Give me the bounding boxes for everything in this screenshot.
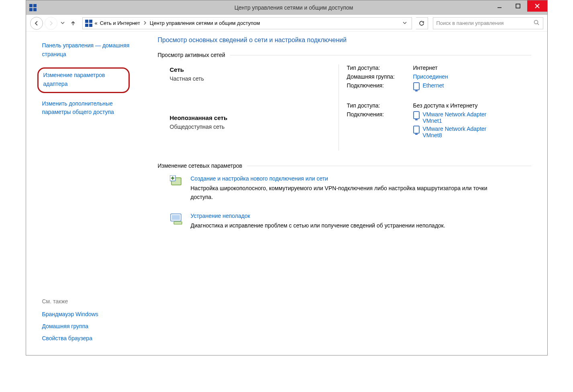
sidebar-link-home[interactable]: Панель управления — домашняя страница [42,41,135,59]
minimize-button[interactable] [490,0,509,12]
sidebar-link-advanced-sharing[interactable]: Изменить дополнительные параметры общего… [42,100,135,117]
search-input[interactable] [436,20,533,26]
network-type: Частная сеть [170,75,338,82]
search-icon[interactable] [533,19,540,27]
breadcrumb-chevron-icon[interactable] [140,20,150,26]
task-title-link[interactable]: Создание и настройка нового подключения … [191,175,488,182]
access-type-label: Тип доступа: [347,102,413,109]
section-title: Изменение сетевых параметров [158,162,243,169]
homegroup-label: Домашняя группа: [347,73,413,80]
sidebar-link-adapter-settings[interactable]: Изменение параметров адаптера [37,67,130,93]
network-type: Общедоступная сеть [170,124,338,130]
task-description: Диагностика и исправление проблем с сеть… [191,221,445,230]
breadcrumb-item[interactable]: Центр управления сетями и общим доступом [150,20,260,26]
section-active-networks: Просмотр активных сетей [158,52,531,58]
svg-line-5 [537,24,539,25]
access-type-value: Интернет [413,65,438,71]
connections-label: Подключения: [347,111,413,140]
breadcrumb-item[interactable]: Сеть и Интернет [100,20,140,26]
close-button[interactable] [527,0,547,12]
location-icon [85,20,92,27]
network-name[interactable]: Сеть [170,66,338,73]
up-button[interactable] [68,18,78,28]
address-dropdown[interactable] [400,21,409,26]
main-heading: Просмотр основных сведений о сети и наст… [158,37,531,44]
svg-rect-12 [174,221,182,224]
navbar: « Сеть и Интернет Центр управления сетям… [26,15,547,32]
sidebar: Панель управления — домашняя страница Из… [26,32,150,355]
new-connection-icon [170,175,184,189]
history-dropdown[interactable] [59,21,66,26]
forward-button[interactable] [45,17,57,30]
sidebar-link-homegroup[interactable]: Домашняя группа [42,323,142,329]
app-window: Центр управления сетями и общим доступом [26,0,548,355]
task-troubleshoot: Устранение неполадок Диагностика и испра… [170,213,531,230]
access-type-label: Тип доступа: [347,65,413,71]
back-button[interactable] [30,17,43,30]
access-type-value: Без доступа к Интернету [413,102,478,109]
connection-link[interactable]: VMware Network Adapter VMnet8 [423,126,502,138]
section-change-settings: Изменение сетевых параметров [158,162,531,169]
network-entry: Сеть Частная сеть Тип доступа: Интернет … [170,65,531,102]
titlebar[interactable]: Центр управления сетями и общим доступом [26,0,547,15]
task-title-link[interactable]: Устранение неполадок [191,213,445,219]
task-new-connection: Создание и настройка нового подключения … [170,175,531,201]
sidebar-link-firewall[interactable]: Брандмауэр Windows [42,311,142,317]
search-box[interactable] [433,17,543,29]
app-icon [29,4,37,11]
ethernet-icon [413,111,420,119]
section-title: Просмотр активных сетей [158,52,225,58]
main-content: Просмотр основных сведений о сети и наст… [150,32,547,355]
network-name[interactable]: Неопознанная сеть [170,114,338,121]
window-title: Центр управления сетями и общим доступом [41,4,547,11]
breadcrumb-prefix: « [95,20,98,26]
network-entry: Неопознанная сеть Общедоступная сеть Тип… [170,102,531,150]
maximize-button[interactable] [509,0,527,12]
connections-label: Подключения: [347,82,413,92]
connection-link[interactable]: VMware Network Adapter VMnet1 [423,111,502,124]
svg-point-4 [534,20,538,24]
connection-link[interactable]: Ethernet [423,82,444,89]
sidebar-link-browser-properties[interactable]: Свойства браузера [42,335,142,341]
svg-rect-1 [516,4,520,8]
ethernet-icon [413,126,420,134]
task-description: Настройка широкополосного, коммутируемог… [191,184,488,201]
see-also-label: См. также [42,298,142,305]
troubleshoot-icon [170,213,184,226]
address-bar[interactable]: « Сеть и Интернет Центр управления сетям… [82,17,412,29]
homegroup-link[interactable]: Присоединен [413,73,448,80]
refresh-button[interactable] [416,17,428,29]
ethernet-icon [413,82,420,90]
svg-rect-11 [172,215,180,220]
